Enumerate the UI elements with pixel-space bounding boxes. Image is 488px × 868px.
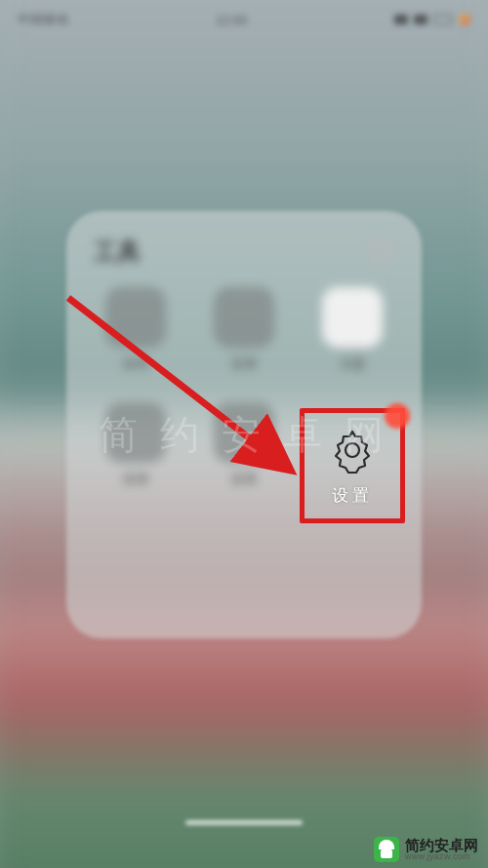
svg-point-0 [346, 443, 359, 457]
app-icon [105, 402, 166, 463]
gear-icon [328, 426, 377, 475]
status-bar: 中国移动 12:00 [0, 0, 488, 39]
app-item[interactable]: 主题 [300, 287, 404, 396]
app-item[interactable]: 应用 [84, 287, 188, 396]
battery-icon [433, 15, 453, 24]
status-icons [394, 14, 470, 25]
app-icon [214, 287, 274, 348]
app-item[interactable]: 应用 [192, 287, 297, 396]
folder-title: 工具 [94, 236, 141, 268]
android-logo-icon [374, 837, 399, 862]
app-icon [214, 402, 274, 463]
app-label: 主题 [340, 355, 365, 373]
notification-dot-icon [459, 14, 470, 25]
watermark-bottom: 简约安卓网 www.jyazw.com [374, 837, 478, 862]
notification-badge [385, 403, 410, 429]
app-label: 应用 [123, 471, 148, 488]
app-label: 应用 [231, 471, 257, 488]
app-label: 应用 [123, 355, 148, 373]
signal-icon [394, 15, 408, 24]
app-icon [322, 287, 383, 348]
settings-app-highlight[interactable]: 设置 [300, 408, 405, 523]
home-indicator[interactable] [185, 820, 303, 825]
folder-edit-button[interactable] [365, 237, 394, 267]
carrier-label: 中国移动 [18, 11, 68, 28]
clock: 12:00 [216, 13, 248, 27]
settings-label: 设置 [332, 484, 373, 507]
watermark-brand: 简约安卓网 [405, 838, 478, 852]
app-item[interactable]: 应用 [84, 402, 188, 512]
wifi-icon [414, 15, 427, 24]
app-label: 应用 [231, 355, 257, 373]
app-item[interactable]: 应用 [192, 402, 297, 512]
watermark-url: www.jyazw.com [405, 852, 478, 861]
app-icon [105, 287, 166, 348]
